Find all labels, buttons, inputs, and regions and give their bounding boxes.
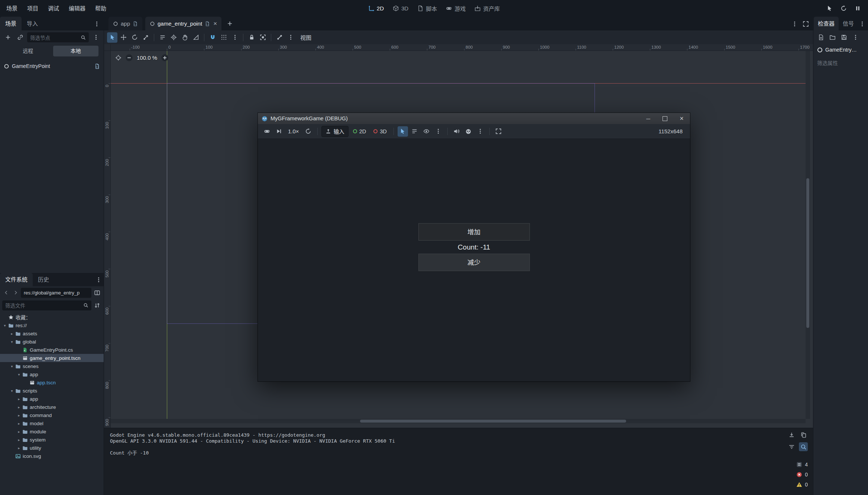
- zoom-level[interactable]: 100.0 %: [137, 55, 157, 61]
- file-tree-item[interactable]: ▸model: [0, 419, 104, 427]
- list-select-icon[interactable]: [157, 32, 168, 43]
- tree-right-arrow-icon[interactable]: ▸: [16, 405, 22, 409]
- ruler-horizontal[interactable]: -100010020030040050060070080090010001100…: [104, 44, 813, 51]
- tree-right-arrow-icon[interactable]: ▸: [9, 332, 14, 336]
- file-tree-item[interactable]: ▾scripts: [0, 387, 104, 395]
- file-tree-item[interactable]: ▾app: [0, 370, 104, 378]
- close-icon[interactable]: ×: [673, 113, 690, 124]
- path-input[interactable]: res://global/game_entry_p: [21, 288, 91, 298]
- move-tool-icon[interactable]: [118, 32, 129, 43]
- file-tree-item[interactable]: ▾scenes: [0, 362, 104, 370]
- reset-time-scale-icon[interactable]: [303, 126, 314, 137]
- input-toggle-button[interactable]: 输入: [321, 126, 349, 137]
- new-resource-icon[interactable]: [816, 33, 825, 42]
- tab-filesystem[interactable]: 文件系统: [0, 273, 33, 286]
- scene-tab-game-entry-point[interactable]: game_entry_point ×: [145, 17, 221, 30]
- filter-log-icon[interactable]: [787, 442, 796, 451]
- mute-audio-icon[interactable]: [451, 126, 462, 137]
- menu-editor[interactable]: 编辑器: [64, 0, 90, 17]
- file-tree-item[interactable]: 收藏：: [0, 313, 104, 321]
- workspace-game-button[interactable]: 游戏: [446, 4, 466, 12]
- scale-tool-icon[interactable]: [140, 32, 151, 43]
- expand-viewport-icon[interactable]: [800, 19, 811, 29]
- message-count-toggle[interactable]: 4: [782, 459, 810, 469]
- file-tree-item[interactable]: ▸system: [0, 436, 104, 444]
- h-scrollbar-thumb[interactable]: [360, 420, 626, 423]
- scene-tabs-menu-icon[interactable]: [789, 19, 800, 29]
- save-log-icon[interactable]: [787, 430, 796, 439]
- view-menu-button[interactable]: 视图: [296, 33, 316, 41]
- maximize-icon[interactable]: [657, 113, 673, 124]
- filter-properties-input[interactable]: 筛选属性: [813, 55, 868, 70]
- inspected-node[interactable]: GameEntryPoint: [813, 44, 868, 55]
- remote-button[interactable]: 远程: [5, 46, 51, 56]
- tree-down-arrow-icon[interactable]: ▾: [9, 364, 14, 368]
- warning-count-toggle[interactable]: 0: [782, 479, 810, 489]
- file-tree-item[interactable]: ▸assets: [0, 329, 104, 338]
- time-scale-label[interactable]: 1.0×: [285, 128, 302, 134]
- tree-right-arrow-icon[interactable]: ▸: [16, 430, 22, 434]
- mode-3d-button[interactable]: 3D: [370, 128, 390, 134]
- filter-nodes-input[interactable]: 筛选节点: [27, 32, 89, 42]
- menu-project[interactable]: 项目: [22, 0, 43, 17]
- more-vert-icon[interactable]: [285, 32, 296, 43]
- search-log-icon[interactable]: [799, 442, 808, 451]
- workspace-script-button[interactable]: 脚本: [417, 4, 437, 12]
- menu-debug[interactable]: 调试: [43, 0, 64, 17]
- file-tree-item[interactable]: #GameEntryPoint.cs: [0, 346, 104, 354]
- file-tree-item[interactable]: ▸architecture: [0, 403, 104, 411]
- nav-forward-icon[interactable]: [12, 288, 20, 297]
- lock-icon[interactable]: [246, 32, 257, 43]
- filesystem-menu-icon[interactable]: [93, 274, 104, 285]
- file-tree-item[interactable]: ▸module: [0, 427, 104, 436]
- tree-right-arrow-icon[interactable]: ▸: [16, 413, 22, 417]
- local-button[interactable]: 本地: [53, 46, 99, 56]
- h-scrollbar[interactable]: [111, 419, 806, 423]
- select-options-icon[interactable]: [433, 126, 444, 137]
- visibility-icon[interactable]: [421, 126, 432, 137]
- pivot-icon[interactable]: [168, 32, 179, 43]
- group-icon[interactable]: [258, 32, 268, 43]
- zoom-out-icon[interactable]: [125, 54, 133, 62]
- snap-options-icon[interactable]: [230, 32, 240, 43]
- tab-signals[interactable]: 信号: [839, 17, 858, 30]
- game-window[interactable]: MyGFrameworkGame (DEBUG) ─ × 1.0× 输入 2D …: [258, 113, 690, 381]
- tree-right-arrow-icon[interactable]: ▸: [16, 421, 22, 426]
- game-viewport[interactable]: 增加 Count: -11 减少: [258, 139, 690, 381]
- scene-tree-menu-icon[interactable]: [91, 32, 101, 43]
- increase-button[interactable]: 增加: [418, 223, 530, 241]
- next-frame-icon[interactable]: [273, 126, 284, 137]
- file-tree-item[interactable]: ▸utility: [0, 444, 104, 452]
- load-resource-icon[interactable]: [828, 33, 837, 42]
- workspace-3d-button[interactable]: 3D: [393, 5, 408, 12]
- error-count-toggle[interactable]: 0: [782, 469, 810, 479]
- game-fullscreen-icon[interactable]: [493, 126, 504, 137]
- instance-scene-icon[interactable]: [15, 32, 25, 43]
- workspace-2d-button[interactable]: 2D: [368, 5, 384, 12]
- filter-files-input[interactable]: 筛选文件: [2, 300, 91, 310]
- pan-icon[interactable]: [179, 32, 190, 43]
- v-scrollbar-thumb[interactable]: [806, 178, 809, 328]
- close-icon[interactable]: ×: [213, 20, 217, 27]
- more-options-icon[interactable]: [475, 126, 486, 137]
- tree-right-arrow-icon[interactable]: ▸: [16, 446, 22, 450]
- pause-icon[interactable]: [852, 3, 863, 14]
- file-tree-item[interactable]: ▸command: [0, 411, 104, 419]
- tree-down-arrow-icon[interactable]: ▾: [16, 372, 22, 377]
- copy-log-icon[interactable]: [799, 430, 808, 439]
- tab-scene-dock[interactable]: 场景: [0, 17, 22, 30]
- file-tree-item[interactable]: ▾res://: [0, 321, 104, 329]
- attached-script-icon[interactable]: [94, 63, 100, 69]
- file-tree-item[interactable]: icon.svg: [0, 452, 104, 460]
- debug-session-icon[interactable]: [262, 126, 272, 137]
- file-tree-item[interactable]: ▸app: [0, 395, 104, 403]
- tab-import-dock[interactable]: 导入: [22, 17, 43, 30]
- node-list-icon[interactable]: [409, 126, 420, 137]
- select-tool-icon[interactable]: [107, 32, 117, 43]
- file-tree-item[interactable]: ▾global: [0, 338, 104, 346]
- mode-2d-button[interactable]: 2D: [350, 128, 369, 134]
- tab-inspector[interactable]: 检查器: [814, 17, 839, 30]
- ruler-vertical[interactable]: 0100200300400500600700800900: [104, 51, 111, 428]
- tree-right-arrow-icon[interactable]: ▸: [16, 397, 22, 401]
- smart-snap-icon[interactable]: [207, 32, 218, 43]
